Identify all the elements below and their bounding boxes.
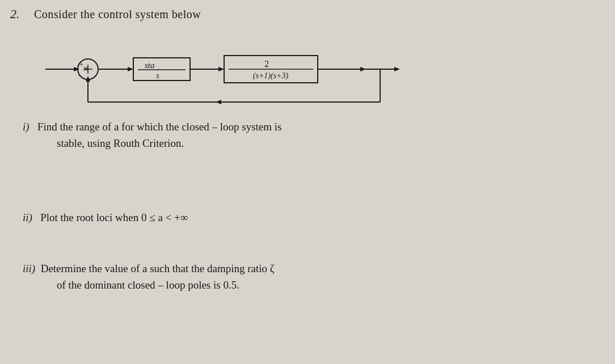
subq-iii-text2: of the dominant closed – loop poles is 0… bbox=[57, 279, 239, 291]
svg-text:×: × bbox=[83, 64, 89, 74]
svg-marker-23 bbox=[394, 67, 400, 71]
roman-ii: ii) bbox=[23, 211, 37, 223]
question-number: 2. bbox=[10, 7, 20, 22]
block-diagram: + - × sta s 2 (s+1)(s+3) bbox=[45, 40, 431, 113]
roman-i: i) bbox=[23, 121, 35, 133]
subquestion-i: i) Find the range of a for which the clo… bbox=[23, 119, 281, 151]
subq-iii-text: Determine the value of a such that the d… bbox=[41, 263, 275, 274]
svg-marker-9 bbox=[128, 67, 133, 71]
subq-ii-text: Plot the root loci when 0 ≤ a < +∞ bbox=[40, 211, 188, 223]
subquestion-ii: ii) Plot the root loci when 0 ≤ a < +∞ bbox=[23, 210, 188, 226]
subq-i-text2: stable, using Routh Criterion. bbox=[57, 137, 184, 149]
svg-text:(s+1)(s+3): (s+1)(s+3) bbox=[253, 71, 289, 81]
roman-iii: iii) bbox=[23, 263, 38, 274]
svg-marker-15 bbox=[218, 67, 224, 71]
svg-rect-10 bbox=[133, 58, 190, 81]
svg-text:2: 2 bbox=[264, 59, 269, 69]
svg-text:-: - bbox=[78, 71, 81, 79]
subq-i-text: Find the range of a for which the closed… bbox=[37, 121, 282, 133]
svg-text:s: s bbox=[156, 71, 159, 80]
subquestion-iii: iii) Determine the value of a such that … bbox=[23, 261, 275, 293]
svg-text:sta: sta bbox=[145, 61, 155, 70]
svg-marker-28 bbox=[216, 100, 221, 104]
intro-text: Consider the control system below bbox=[34, 8, 201, 21]
